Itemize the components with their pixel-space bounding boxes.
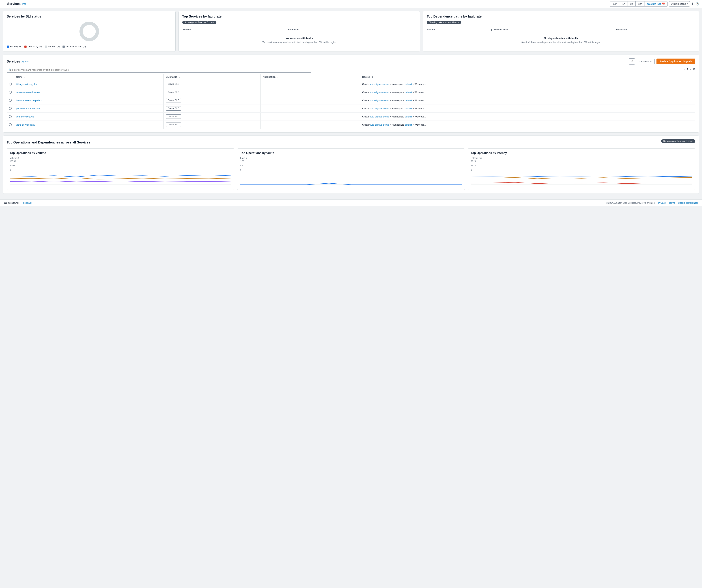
svg-point-0 [81,23,97,39]
cluster-link-4[interactable]: app-signals-demo [370,115,389,118]
namespace-link-2[interactable]: default [405,99,412,102]
row-select-1 [7,88,14,96]
pagination-controls: ‹ 1 › ⚙ [683,67,695,71]
terms-link[interactable]: Terms [669,201,675,204]
top-ops-badge: Showing data from last 3 hours [661,139,695,143]
latency-chart [471,172,692,187]
faults-card-menu-button[interactable]: ⋮ [458,153,462,156]
page-info-link[interactable]: Info [22,3,26,5]
services-table: Name ▼ SLI status ▼ Application ▼ [7,74,695,129]
col-application-label: Application [263,76,275,78]
time-btn-custom[interactable]: Custom (1d) 📅 [645,1,667,6]
time-btn-12h[interactable]: 12h [635,1,645,6]
service-name-link-2[interactable]: insurance-service-python [16,99,42,102]
row-application-4: - [260,113,360,121]
namespace-link-5[interactable]: default [405,123,412,126]
services-fault-empty: No services with faults You don't have a… [182,32,417,48]
latency-card-title: Top Operations by latency [471,152,507,155]
namespace-link-0[interactable]: default [405,83,412,86]
row-hosted-4: Cluster app-signals-demo > Namespace def… [360,113,695,121]
time-btn-30m[interactable]: 30m [610,1,620,6]
radio-button-1[interactable] [9,91,12,94]
latency-y-26: 26.14 [471,165,692,167]
volume-card-menu-button[interactable]: ⋮ [228,153,232,156]
top-dependency-fault-card: Top Dependency paths by fault rate Showi… [423,11,699,52]
radio-button-3[interactable] [9,107,12,110]
cookie-preferences-link[interactable]: Cookie preferences [678,201,698,204]
enable-application-signals-button[interactable]: Enable Application Signals [657,59,695,64]
service-name-link-5[interactable]: visits-service-java [16,123,35,126]
service-name-link-1[interactable]: customers-service-java [16,91,40,94]
pagination-settings-button[interactable]: ⚙ [693,68,695,71]
create-slo-button-2[interactable]: Create SLO [166,98,181,102]
radio-button-5[interactable] [9,123,12,126]
top-ops-title: Top Operations and Dependencies across a… [7,140,90,144]
pagination-prev-button[interactable]: ‹ [683,67,686,71]
create-slo-button-5[interactable]: Create SLO [166,122,181,127]
latency-y-axis: 52.28 26.14 0 [471,160,692,171]
info-button[interactable]: ℹ [692,2,693,6]
namespace-link-4[interactable]: default [405,115,412,118]
row-select-3 [7,104,14,113]
cluster-link-3[interactable]: app-signals-demo [370,107,389,110]
main-content: Services by SLI status Healthy (0) Unhea… [0,8,702,199]
hamburger-menu-button[interactable]: ☰ [3,1,7,7]
faults-chart [240,172,462,187]
services-info-link[interactable]: Info [25,60,29,63]
sli-card-title: Services by SLI status [7,15,172,18]
service-name-link-0[interactable]: billing-service-python [16,83,38,86]
row-hosted-0: Cluster app-signals-demo > Namespace def… [360,80,695,88]
service-name-link-4[interactable]: vets-service-java [16,115,34,118]
pagination-next-button[interactable]: › [689,67,692,71]
radio-button-4[interactable] [9,115,12,118]
table-row: pet-clinic-frontend-java Create SLO - Cl… [7,104,695,113]
time-btn-3h[interactable]: 3h [628,1,635,6]
cloudshell-button[interactable]: ⌨ CloudShell [4,201,19,204]
service-name-link-3[interactable]: pet-clinic-frontend-java [16,107,40,110]
row-sli-2: Create SLO [164,96,260,104]
latency-card-menu-button[interactable]: ⋮ [689,153,693,156]
cluster-link-0[interactable]: app-signals-demo [370,83,389,86]
no-slo-label: No SLO (6) [48,45,60,48]
cluster-link-1[interactable]: app-signals-demo [370,91,389,94]
namespace-link-3[interactable]: default [405,107,412,110]
pagination-page-number: 1 [687,68,688,71]
timezone-selector[interactable]: UTC timezone ▾ [669,1,690,6]
feedback-button[interactable]: Feedback [22,201,32,204]
col-sli-header[interactable]: SLI status ▼ [164,74,260,80]
cluster-link-2[interactable]: app-signals-demo [370,99,389,102]
row-sli-0: Create SLO [164,80,260,88]
create-slo-main-button[interactable]: Create SLO [637,59,655,64]
volume-card-title: Top Operations by volume [10,152,46,155]
sort-name-icon: ▼ [24,76,26,78]
volume-y-0: 0 [10,169,231,171]
services-fault-badge: Showing data from last 3 hours [182,21,216,24]
search-input[interactable] [7,67,311,73]
services-actions: ↺ Create SLO Enable Application Signals [629,59,695,65]
custom-time-label: Custom (1d) [647,3,661,5]
namespace-link-1[interactable]: default [405,91,412,94]
table-row: billing-service-python Create SLO - Clus… [7,80,695,88]
unhealthy-color-dot [24,45,26,48]
table-row: visits-service-java Create SLO - Cluster… [7,121,695,129]
col-application-header[interactable]: Application ▼ [260,74,360,80]
privacy-link[interactable]: Privacy [658,201,666,204]
create-slo-button-4[interactable]: Create SLO [166,114,181,119]
volume-chart [10,172,231,187]
create-slo-button-0[interactable]: Create SLO [166,82,181,86]
col-name-header[interactable]: Name ▼ [14,74,163,80]
faults-y-0: 0 [240,169,462,171]
cluster-link-5[interactable]: app-signals-demo [370,123,389,126]
row-name-1: customers-service-java [14,88,163,96]
create-slo-button-3[interactable]: Create SLO [166,106,181,111]
refresh-history-button[interactable]: 🕐 [696,2,699,6]
terminal-icon: ⌨ [4,201,7,204]
services-refresh-button[interactable]: ↺ [629,59,635,65]
radio-button-2[interactable] [9,99,12,102]
services-table-header-row: Name ▼ SLI status ▼ Application ▼ [7,74,695,80]
radio-button-0[interactable] [9,83,12,86]
create-slo-button-1[interactable]: Create SLO [166,90,181,94]
volume-y-180: 180.00 [10,160,231,162]
time-btn-1h[interactable]: 1h [620,1,627,6]
cloudshell-label: CloudShell [8,201,19,204]
